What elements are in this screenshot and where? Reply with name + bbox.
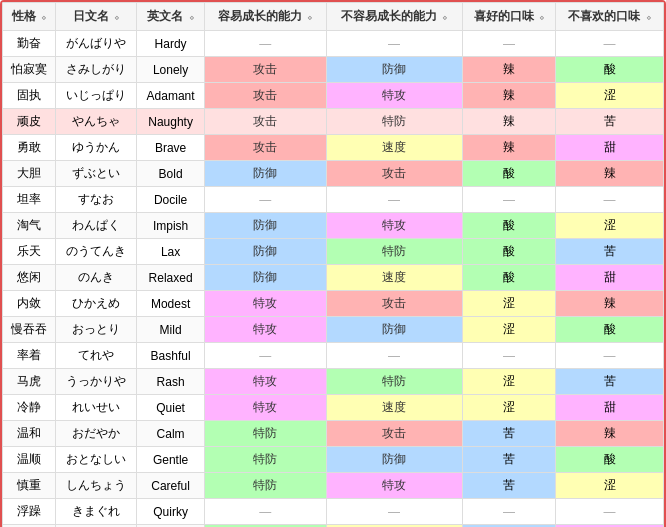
cell-plus: 攻击: [204, 57, 326, 83]
table-row: 顽皮やんちゃNaughty攻击特防辣苦: [3, 109, 664, 135]
cell-nature: 乐天: [3, 239, 56, 265]
cell-ja: すなお: [56, 187, 137, 213]
cell-en: Hardy: [137, 31, 204, 57]
cell-en: Lax: [137, 239, 204, 265]
cell-en: Docile: [137, 187, 204, 213]
cell-dislike: —: [556, 343, 664, 369]
cell-like: —: [462, 499, 556, 525]
cell-like: 苦: [462, 447, 556, 473]
cell-en: Mild: [137, 317, 204, 343]
col-label-like: 喜好的口味: [474, 9, 534, 23]
cell-ja: おっとり: [56, 317, 137, 343]
cell-en: Relaxed: [137, 265, 204, 291]
cell-ja: きまぐれ: [56, 499, 137, 525]
cell-minus: 防御: [326, 447, 462, 473]
cell-ja: のんき: [56, 265, 137, 291]
cell-like: 辣: [462, 83, 556, 109]
table-row: 慢吞吞おっとりMild特攻防御涩酸: [3, 317, 664, 343]
cell-nature: 慢吞吞: [3, 317, 56, 343]
cell-minus: 特攻: [326, 473, 462, 499]
col-header-plus[interactable]: 容易成长的能力 ⬦: [204, 3, 326, 31]
cell-plus: 攻击: [204, 109, 326, 135]
cell-minus: 攻击: [326, 421, 462, 447]
cell-minus: —: [326, 499, 462, 525]
cell-like: 涩: [462, 291, 556, 317]
cell-like: 涩: [462, 369, 556, 395]
cell-minus: 特防: [326, 109, 462, 135]
cell-like: 辣: [462, 57, 556, 83]
sort-icon-plus[interactable]: ⬦: [307, 12, 312, 22]
cell-minus: —: [326, 187, 462, 213]
cell-ja: うっかりや: [56, 369, 137, 395]
cell-nature: 率着: [3, 343, 56, 369]
cell-plus: —: [204, 31, 326, 57]
sort-icon-minus[interactable]: ⬦: [442, 12, 447, 22]
cell-ja: れいせい: [56, 395, 137, 421]
cell-en: Impish: [137, 213, 204, 239]
table-row: 悠闲のんきRelaxed防御速度酸甜: [3, 265, 664, 291]
col-header-minus[interactable]: 不容易成长的能力 ⬦: [326, 3, 462, 31]
cell-like: 苦: [462, 473, 556, 499]
col-label-dislike: 不喜欢的口味: [568, 9, 640, 23]
col-label-plus: 容易成长的能力: [218, 9, 302, 23]
cell-plus: —: [204, 187, 326, 213]
table-header-row: 性格 ⬦ 日文名 ⬦ 英文名 ⬦ 容易成长的能力 ⬦ 不容易成长的能力 ⬦: [3, 3, 664, 31]
cell-dislike: 辣: [556, 161, 664, 187]
col-header-ja[interactable]: 日文名 ⬦: [56, 3, 137, 31]
cell-minus: 速度: [326, 265, 462, 291]
cell-ja: やんちゃ: [56, 109, 137, 135]
cell-plus: 特攻: [204, 317, 326, 343]
col-header-en[interactable]: 英文名 ⬦: [137, 3, 204, 31]
cell-like: —: [462, 343, 556, 369]
cell-minus: —: [326, 343, 462, 369]
table-row: 怕寂寞さみしがりLonely攻击防御辣酸: [3, 57, 664, 83]
cell-dislike: 甜: [556, 395, 664, 421]
cell-en: Bashful: [137, 343, 204, 369]
sort-icon-en[interactable]: ⬦: [189, 12, 194, 22]
cell-ja: のうてんき: [56, 239, 137, 265]
cell-en: Brave: [137, 135, 204, 161]
col-header-like[interactable]: 喜好的口味 ⬦: [462, 3, 556, 31]
cell-nature: 固执: [3, 83, 56, 109]
cell-plus: 攻击: [204, 83, 326, 109]
cell-dislike: —: [556, 499, 664, 525]
table-row: 勤奋がんばりやHardy————: [3, 31, 664, 57]
sort-icon-ja[interactable]: ⬦: [114, 12, 119, 22]
cell-plus: 防御: [204, 265, 326, 291]
cell-plus: 攻击: [204, 135, 326, 161]
col-header-dislike[interactable]: 不喜欢的口味 ⬦: [556, 3, 664, 31]
cell-dislike: —: [556, 187, 664, 213]
table-row: 固执いじっぱりAdamant攻击特攻辣涩: [3, 83, 664, 109]
cell-dislike: —: [556, 31, 664, 57]
cell-ja: てれや: [56, 343, 137, 369]
cell-minus: 特防: [326, 239, 462, 265]
sort-icon-like[interactable]: ⬦: [539, 12, 544, 22]
cell-minus: 速度: [326, 395, 462, 421]
cell-en: Careful: [137, 473, 204, 499]
cell-plus: 特防: [204, 473, 326, 499]
cell-like: 苦: [462, 421, 556, 447]
table-row: 大胆ずぶといBold防御攻击酸辣: [3, 161, 664, 187]
table-row: 乐天のうてんきLax防御特防酸苦: [3, 239, 664, 265]
cell-dislike: 酸: [556, 57, 664, 83]
table-row: 温顺おとなしいGentle特防防御苦酸: [3, 447, 664, 473]
cell-plus: 特攻: [204, 395, 326, 421]
cell-dislike: 苦: [556, 369, 664, 395]
cell-nature: 浮躁: [3, 499, 56, 525]
cell-dislike: 涩: [556, 213, 664, 239]
cell-nature: 勤奋: [3, 31, 56, 57]
cell-nature: 大胆: [3, 161, 56, 187]
cell-nature: 温顺: [3, 447, 56, 473]
col-header-nature[interactable]: 性格 ⬦: [3, 3, 56, 31]
cell-en: Rash: [137, 369, 204, 395]
cell-plus: 防御: [204, 239, 326, 265]
cell-minus: 攻击: [326, 161, 462, 187]
sort-icon-nature[interactable]: ⬦: [41, 12, 46, 22]
cell-en: Lonely: [137, 57, 204, 83]
table-row: 坦率すなおDocile————: [3, 187, 664, 213]
cell-plus: 特攻: [204, 291, 326, 317]
sort-icon-dislike[interactable]: ⬦: [646, 12, 651, 22]
col-label-en: 英文名: [147, 9, 183, 23]
cell-ja: いじっぱり: [56, 83, 137, 109]
cell-like: 涩: [462, 317, 556, 343]
